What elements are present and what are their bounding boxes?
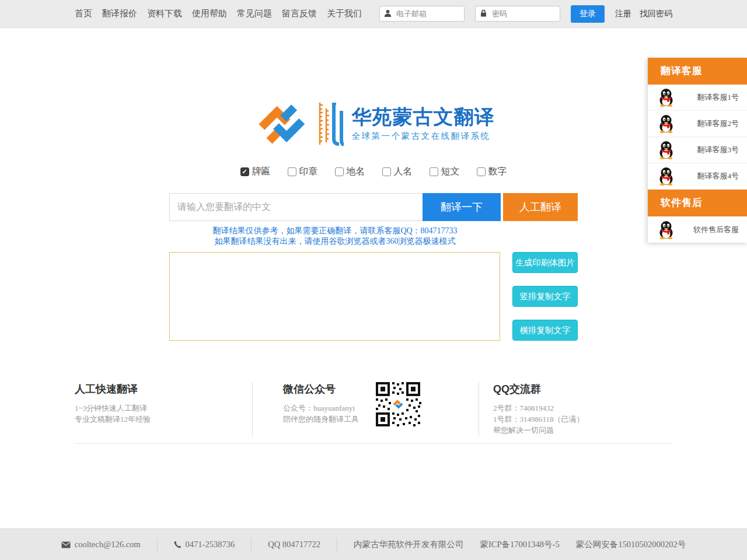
footer-title-qq-group: QQ交流群 <box>493 382 672 396</box>
phone-icon <box>174 541 181 548</box>
checkbox-icon <box>240 167 249 176</box>
translation-result-box[interactable] <box>169 252 500 341</box>
footer-title-manual-translate: 人工快速翻译 <box>75 382 252 396</box>
police-number[interactable]: 蒙公网安备15010502000202号 <box>576 539 686 550</box>
email-field[interactable] <box>379 6 465 22</box>
nav-faq[interactable]: 常见问题 <box>237 8 272 19</box>
checkbox-icon <box>430 167 438 176</box>
sidebar-item-service-1[interactable]: 翻译客服1号 <box>648 85 747 111</box>
site-logo: 华苑蒙古文翻译 全球第一个蒙古文在线翻译系统 <box>75 100 672 148</box>
result-actions: 生成印刷体图片 竖排复制文字 横排复制文字 <box>512 252 578 341</box>
sidebar-header-translate-service: 翻译客服 <box>648 58 747 85</box>
company-info: 内蒙古华苑软件开发有限公司 蒙ICP备17001348号-5 蒙公网安备1501… <box>337 538 702 552</box>
top-bar: 首页 翻译报价 资料下载 使用帮助 常见问题 留言反馈 关于我们 登录 注册 找… <box>0 0 747 28</box>
nav-feedback[interactable]: 留言反馈 <box>282 8 317 19</box>
checkbox-icon <box>288 167 296 176</box>
qq-penguin-icon <box>658 141 674 159</box>
category-checkbox-plaque[interactable]: 牌匾 <box>240 166 271 178</box>
lock-icon <box>480 9 487 17</box>
mongolian-script-icon <box>316 100 344 147</box>
login-button[interactable]: 登录 <box>571 5 605 23</box>
nav-home[interactable]: 首页 <box>75 8 92 19</box>
main-nav: 首页 翻译报价 资料下载 使用帮助 常见问题 留言反馈 关于我们 <box>75 8 362 19</box>
nav-about[interactable]: 关于我们 <box>327 8 362 19</box>
sidebar-header-after-sales: 软件售后 <box>648 190 747 216</box>
notice-text: 翻译结果仅供参考，如果需要正确翻译，请联系客服QQ：804717733 如果翻译… <box>169 226 501 247</box>
translate-input[interactable] <box>169 193 423 221</box>
footer: 人工快速翻译 1~3分钟快速人工翻译 专业文稿翻译12年经验 微信公众号 公众号… <box>75 382 672 444</box>
company-name: 内蒙古华苑软件开发有限公司 <box>354 539 464 550</box>
generate-print-image-button[interactable]: 生成印刷体图片 <box>512 252 578 273</box>
nav-help[interactable]: 使用帮助 <box>192 8 227 19</box>
sidebar-item-service-2[interactable]: 翻译客服2号 <box>648 111 747 137</box>
nav-pricing[interactable]: 翻译报价 <box>102 8 137 19</box>
forgot-password-link[interactable]: 找回密码 <box>640 9 672 19</box>
copy-horizontal-text-button[interactable]: 横排复制文字 <box>512 320 578 341</box>
sidebar-item-after-sales[interactable]: 软件售后客服 <box>648 216 747 243</box>
wechat-qr-code <box>375 381 421 428</box>
category-checkbox-personname[interactable]: 人名 <box>382 166 413 178</box>
logo-mark-icon <box>253 100 310 148</box>
register-link[interactable]: 注册 <box>615 9 631 19</box>
category-row: 牌匾 印章 地名 人名 短文 数字 <box>75 166 672 178</box>
login-area: 登录 注册 找回密码 <box>379 5 672 23</box>
contact-phone: 0471-2538736 <box>157 538 252 552</box>
checkbox-icon <box>335 167 344 176</box>
main-content: 华苑蒙古文翻译 全球第一个蒙古文在线翻译系统 牌匾 印章 地名 人名 短文 数字 <box>75 100 672 444</box>
footer-title-wechat: 微信公众号 <box>283 382 359 396</box>
bottom-bar: cooltech@126.com 0471-2538736 QQ 8047177… <box>0 528 747 560</box>
category-checkbox-placename[interactable]: 地名 <box>335 166 365 178</box>
contact-email: cooltech@126.com <box>45 538 157 552</box>
site-title: 华苑蒙古文翻译 <box>352 106 495 128</box>
footer-rule <box>75 443 672 444</box>
sidebar-item-service-4[interactable]: 翻译客服4号 <box>648 163 747 190</box>
checkbox-icon <box>382 167 391 176</box>
category-checkbox-shorttext[interactable]: 短文 <box>430 166 460 178</box>
sidebar-item-service-3[interactable]: 翻译客服3号 <box>648 137 747 163</box>
envelope-icon <box>61 541 71 548</box>
category-checkbox-numbers[interactable]: 数字 <box>477 166 507 178</box>
site-subtitle: 全球第一个蒙古文在线翻译系统 <box>352 131 495 142</box>
icp-number[interactable]: 蒙ICP备17001348号-5 <box>480 539 560 550</box>
qq-penguin-icon <box>658 88 674 107</box>
translate-button[interactable]: 翻译一下 <box>423 193 501 221</box>
qq-penguin-icon <box>658 114 674 133</box>
category-checkbox-seal[interactable]: 印章 <box>288 166 318 178</box>
checkbox-icon <box>477 167 486 176</box>
nav-downloads[interactable]: 资料下载 <box>147 8 182 19</box>
qq-penguin-icon <box>658 220 674 239</box>
manual-translate-button[interactable]: 人工翻译 <box>503 193 578 221</box>
contact-qq: QQ 804717722 <box>251 538 337 552</box>
copy-vertical-text-button[interactable]: 竖排复制文字 <box>512 286 578 307</box>
qq-penguin-icon <box>658 167 674 186</box>
customer-service-sidebar: 翻译客服 翻译客服1号 翻译客服2号 翻译客服3号 翻译客服4号 软件售后 软件… <box>648 58 747 243</box>
person-icon <box>384 9 392 17</box>
password-field[interactable] <box>475 6 560 22</box>
